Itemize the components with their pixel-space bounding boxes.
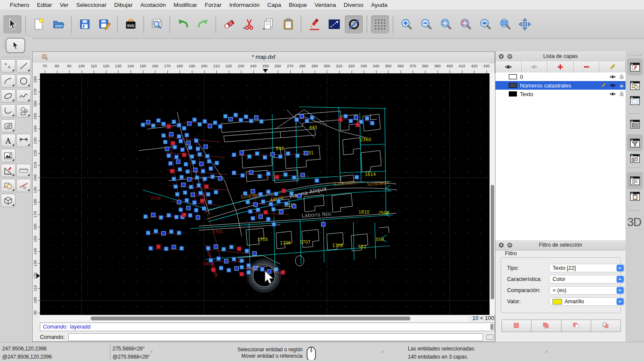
filter-dropdown[interactable]: Texto [22] bbox=[549, 264, 625, 272]
menu-item-diverso[interactable]: Diverso bbox=[340, 2, 367, 8]
clipboard-panel-toggle-button[interactable] bbox=[627, 189, 643, 203]
stepper-icon[interactable] bbox=[617, 287, 624, 294]
sel-replace-button[interactable] bbox=[502, 320, 532, 332]
line-tool-button[interactable] bbox=[16, 59, 31, 72]
arc-tool-button[interactable] bbox=[1, 74, 15, 87]
shape-tool-button[interactable] bbox=[16, 104, 31, 118]
horizontal-scrollbar-thumb[interactable] bbox=[91, 317, 410, 320]
paste-button[interactable] bbox=[279, 15, 297, 33]
polyline-tool-button[interactable] bbox=[1, 104, 15, 118]
lock-icon[interactable] bbox=[618, 90, 625, 97]
ellipse-tool-button[interactable] bbox=[1, 89, 15, 103]
viewport-panel-toggle-button[interactable] bbox=[627, 94, 643, 107]
menu-item-ver[interactable]: Ver bbox=[56, 2, 72, 8]
grid-dots-button[interactable] bbox=[371, 15, 389, 33]
property-editor-toggle-button[interactable] bbox=[627, 58, 643, 75]
layer-tool-minus-button[interactable] bbox=[574, 61, 600, 72]
stepper-icon[interactable] bbox=[617, 265, 624, 272]
zoom-previous-button[interactable] bbox=[476, 15, 494, 33]
stepper-icon[interactable] bbox=[617, 298, 624, 305]
document-titlebar[interactable]: * map.dxf bbox=[33, 52, 495, 63]
layer-tool-eye-dim-button[interactable] bbox=[522, 61, 548, 72]
snap-tool-button[interactable] bbox=[16, 179, 31, 192]
new-file-button[interactable] bbox=[30, 15, 48, 33]
print-preview-button[interactable] bbox=[148, 15, 166, 33]
layer-tool-pencil-button[interactable] bbox=[599, 61, 626, 72]
pan-button[interactable] bbox=[516, 15, 534, 33]
layer-tool-eye-button[interactable] bbox=[495, 61, 522, 72]
filter-dropdown[interactable]: = (es) bbox=[549, 286, 625, 295]
horizontal-scrollbar[interactable] bbox=[40, 315, 468, 322]
save-as-button[interactable] bbox=[95, 15, 113, 33]
cursor-arrow-button[interactable] bbox=[3, 15, 21, 33]
layer-row-números-catastrales[interactable]: Números catastrales bbox=[495, 81, 626, 90]
hatch-tool-button[interactable] bbox=[1, 119, 15, 133]
sel-subtract-button[interactable] bbox=[562, 320, 591, 332]
layer-tool-plus-button[interactable] bbox=[547, 61, 574, 72]
layer-row-0[interactable]: 0 bbox=[495, 72, 626, 81]
circle-slash-button[interactable] bbox=[345, 15, 363, 33]
undo-button[interactable] bbox=[174, 15, 192, 33]
drawing-canvas[interactable]: 4452360548193116141612181025061705170617… bbox=[40, 73, 489, 315]
zoom-out-button[interactable] bbox=[417, 15, 435, 33]
block-list-toggle-button[interactable] bbox=[627, 78, 643, 92]
library-browser-toggle-button[interactable] bbox=[627, 151, 643, 165]
eye-icon[interactable] bbox=[609, 73, 616, 80]
block-tool-button[interactable] bbox=[1, 179, 15, 192]
command-line-panel-toggle-button[interactable] bbox=[627, 172, 643, 189]
dimension-tool-button[interactable] bbox=[16, 134, 31, 147]
menu-item-información[interactable]: Información bbox=[225, 2, 264, 8]
layer-row-texto[interactable]: Texto bbox=[495, 90, 626, 98]
command-options-button[interactable] bbox=[486, 333, 494, 341]
image-tool-button[interactable] bbox=[1, 149, 15, 162]
distance-line-button[interactable] bbox=[325, 15, 343, 33]
modify-tool-button[interactable] bbox=[1, 164, 15, 177]
svg-export-button[interactable]: SVG bbox=[122, 15, 140, 33]
lock-icon[interactable] bbox=[618, 82, 625, 89]
menu-item-ayuda[interactable]: Ayuda bbox=[367, 2, 391, 8]
zoom-auto-button[interactable] bbox=[437, 15, 455, 33]
menu-item-fichero[interactable]: Fichero bbox=[6, 2, 33, 8]
save-button[interactable] bbox=[76, 15, 94, 33]
copy-button[interactable]: + bbox=[259, 15, 277, 33]
command-input[interactable] bbox=[68, 333, 483, 341]
pencil-icon[interactable] bbox=[600, 82, 607, 89]
menu-item-seleccionar[interactable]: Seleccionar bbox=[73, 2, 111, 8]
cut-button[interactable]: + bbox=[240, 15, 258, 33]
circle-tool-button[interactable] bbox=[16, 74, 31, 87]
vertical-scrollbar[interactable] bbox=[489, 73, 495, 315]
menu-item-modificar[interactable]: Modificar bbox=[170, 2, 201, 8]
sel-add-button[interactable] bbox=[532, 320, 561, 332]
lock-icon[interactable] bbox=[618, 73, 625, 80]
sel-intersect-button[interactable] bbox=[591, 320, 620, 332]
measure-tool-button[interactable] bbox=[16, 164, 31, 177]
command-history[interactable]: Comando:layeradd bbox=[40, 323, 494, 331]
stepper-icon[interactable] bbox=[617, 276, 624, 283]
point-tool-button[interactable]: ++ bbox=[1, 59, 15, 72]
text-tool-button[interactable]: A bbox=[1, 134, 15, 147]
eye-icon[interactable] bbox=[609, 82, 616, 89]
filter-dropdown[interactable]: Amarillo bbox=[549, 297, 625, 306]
eraser-button[interactable] bbox=[220, 15, 238, 33]
menu-item-bloque[interactable]: Bloque bbox=[285, 2, 311, 8]
zoom-window-button[interactable] bbox=[496, 15, 514, 33]
menu-item-editar[interactable]: Editar bbox=[33, 2, 56, 8]
zoom-in-button[interactable] bbox=[397, 15, 415, 33]
command-history-scrollbar[interactable] bbox=[490, 324, 493, 330]
selection-filter-toggle-button[interactable] bbox=[627, 134, 643, 151]
menu-item-dibujar[interactable]: Dibujar bbox=[110, 2, 137, 8]
spline-tool-button[interactable] bbox=[16, 89, 31, 103]
filter-dropdown[interactable]: Color bbox=[549, 275, 625, 284]
menu-item-ventana[interactable]: Ventana bbox=[311, 2, 340, 8]
selection-tool-button[interactable] bbox=[6, 38, 25, 53]
layer-list-toggle-button[interactable] bbox=[627, 117, 643, 131]
red-pencil-button[interactable] bbox=[305, 15, 323, 33]
vertical-scrollbar-thumb[interactable] bbox=[491, 185, 494, 299]
open-folder-button[interactable] bbox=[49, 15, 67, 33]
solid-tool-button[interactable] bbox=[1, 194, 15, 207]
redo-button[interactable] bbox=[194, 15, 212, 33]
menu-item-forzar[interactable]: Forzar bbox=[201, 2, 225, 8]
zoom-selection-button[interactable] bbox=[456, 15, 474, 33]
menu-item-capa[interactable]: Capa bbox=[264, 2, 285, 8]
menu-item-acotación[interactable]: Acotación bbox=[137, 2, 170, 8]
